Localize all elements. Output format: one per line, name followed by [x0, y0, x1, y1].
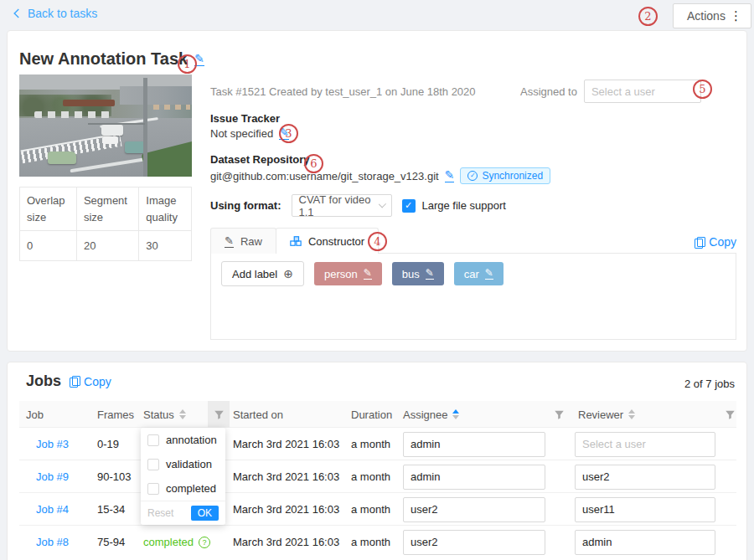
- filter-icon: [554, 409, 565, 420]
- task-title-row: New Annotation Task ✎: [19, 49, 204, 69]
- preview-distant-cars: [153, 105, 190, 110]
- jobs-header: Jobs Copy: [26, 372, 111, 390]
- job-row: Job #4 15-34 March 3rd 2021 16:03 a mont…: [19, 493, 736, 526]
- task-preview-image: [19, 74, 192, 177]
- edit-label-icon[interactable]: ✎: [426, 268, 434, 280]
- cvat-task-page: Back to tasks Actions ⋮ 1 2 3 4 5 6 New …: [0, 0, 754, 560]
- param-header-overlap: Overlap size: [20, 188, 77, 231]
- job-assignee-input[interactable]: [403, 465, 545, 490]
- chevron-down-icon: [379, 200, 386, 208]
- job-row: Job #9 90-103 March 3rd 2021 16:03 a mon…: [19, 460, 736, 493]
- tab-raw[interactable]: ✎ Raw: [210, 228, 276, 254]
- param-header-quality: Image quality: [139, 188, 192, 231]
- filter-option-completed[interactable]: completed: [141, 476, 225, 501]
- assigned-to-input[interactable]: [584, 80, 701, 103]
- checkbox-unchecked[interactable]: [147, 459, 159, 470]
- format-select[interactable]: CVAT for video 1.1: [292, 194, 392, 217]
- job-row: Job #8 75-94 completed ? March 3rd 2021 …: [19, 526, 736, 558]
- edit-label-icon[interactable]: ✎: [364, 268, 372, 280]
- preview-white-van: [101, 125, 123, 136]
- preview-crossbar: [88, 123, 145, 125]
- param-value-overlap: 0: [20, 231, 77, 261]
- issue-tracker-label: Issue Tracker: [210, 112, 280, 125]
- job-started: March 3rd 2021 16:03: [233, 460, 339, 493]
- jobs-count: 2 of 7 jobs: [684, 378, 735, 390]
- job-assignee-input[interactable]: [403, 530, 545, 555]
- build-icon: [290, 235, 302, 247]
- dataset-repository-label: Dataset Repository: [210, 153, 309, 166]
- col-frames[interactable]: Frames: [97, 401, 134, 428]
- filter-option-annotation[interactable]: annotation: [141, 428, 225, 452]
- checkbox-unchecked[interactable]: [147, 483, 159, 495]
- large-file-support-label: Large file support: [422, 199, 506, 212]
- job-frames: 75-94: [97, 526, 125, 558]
- question-circle-icon[interactable]: ?: [199, 537, 210, 548]
- label-tag-bus[interactable]: bus ✎: [392, 262, 444, 285]
- job-link[interactable]: Job #3: [36, 428, 69, 460]
- large-file-support-checkbox[interactable]: ✓: [402, 199, 416, 213]
- job-frames: 15-34: [97, 493, 125, 526]
- filter-option-validation[interactable]: validation: [141, 452, 225, 476]
- job-duration: a month: [351, 460, 390, 493]
- using-format-label: Using format:: [210, 199, 281, 212]
- task-meta: Task #1521 Created by test_user_1 on Jun…: [210, 85, 476, 98]
- assigned-to-group: Assigned to: [520, 80, 701, 103]
- add-label-button[interactable]: Add label ⊕: [221, 261, 304, 286]
- preview-awning: [63, 100, 115, 106]
- param-value-segment: 20: [76, 231, 138, 261]
- reviewer-filter-trigger[interactable]: [725, 401, 736, 428]
- task-params-table: Overlap size Segment size Image quality …: [19, 187, 192, 261]
- job-assignee-input[interactable]: [403, 497, 545, 522]
- filter-ok-button[interactable]: OK: [191, 506, 219, 521]
- labels-tab-bar: ✎ Raw Constructor Copy: [210, 228, 736, 254]
- col-status[interactable]: Status: [143, 401, 186, 428]
- job-link[interactable]: Job #9: [36, 460, 69, 493]
- label-tag-car[interactable]: car ✎: [454, 262, 504, 285]
- assignee-sorter[interactable]: [452, 409, 459, 419]
- job-link[interactable]: Job #4: [36, 493, 69, 526]
- edit-label-icon[interactable]: ✎: [485, 268, 493, 280]
- col-assignee[interactable]: Assignee: [403, 401, 459, 428]
- job-reviewer-input[interactable]: [575, 497, 715, 522]
- large-file-support-group: ✓ Large file support: [402, 199, 506, 213]
- actions-button[interactable]: Actions ⋮: [673, 3, 751, 28]
- col-job[interactable]: Job: [26, 401, 44, 428]
- label-tag-person[interactable]: person ✎: [314, 262, 382, 285]
- status-sorter[interactable]: [179, 409, 186, 419]
- edit-repository-icon[interactable]: ✎: [445, 169, 455, 182]
- preview-pole: [143, 78, 147, 177]
- jobs-title: Jobs: [26, 372, 61, 390]
- col-duration[interactable]: Duration: [351, 401, 392, 428]
- preview-building: [120, 86, 192, 105]
- reviewer-sorter[interactable]: [628, 409, 635, 419]
- status-filter-trigger[interactable]: [208, 401, 230, 428]
- job-reviewer-input[interactable]: [575, 530, 715, 555]
- job-link[interactable]: Job #8: [36, 526, 69, 558]
- tab-constructor[interactable]: Constructor: [276, 228, 379, 254]
- back-to-tasks-link[interactable]: Back to tasks: [12, 7, 97, 20]
- filter-reset-button[interactable]: Reset: [147, 507, 173, 519]
- job-frames: 0-19: [97, 428, 119, 460]
- format-selected-value: CVAT for video 1.1: [299, 193, 380, 218]
- tab-raw-label: Raw: [240, 235, 262, 248]
- job-assignee-input[interactable]: [403, 432, 545, 457]
- checkbox-unchecked[interactable]: [147, 434, 159, 446]
- jobs-card: Jobs Copy 2 of 7 jobs Job Frames Status …: [7, 362, 747, 560]
- label-tag-car-name: car: [464, 268, 479, 280]
- col-reviewer[interactable]: Reviewer: [578, 401, 635, 428]
- pencil-icon: ✎: [225, 234, 234, 248]
- copy-jobs-link[interactable]: Copy: [70, 375, 111, 388]
- filter-footer: Reset OK: [141, 501, 225, 525]
- job-reviewer-input[interactable]: [575, 465, 715, 490]
- job-duration: a month: [351, 526, 390, 558]
- col-started[interactable]: Started on: [233, 401, 283, 428]
- dataset-repository-value-row: git@github.com:username/git_storage_v123…: [210, 167, 550, 184]
- job-frames: 90-103: [97, 460, 131, 493]
- callout-1: 1: [178, 54, 197, 74]
- filter-icon: [214, 409, 225, 420]
- callout-2: 2: [638, 7, 658, 26]
- copy-labels-link[interactable]: Copy: [695, 228, 736, 253]
- preview-white-car: [103, 136, 118, 144]
- job-reviewer-input[interactable]: [575, 432, 715, 457]
- assignee-filter-trigger[interactable]: [554, 401, 565, 428]
